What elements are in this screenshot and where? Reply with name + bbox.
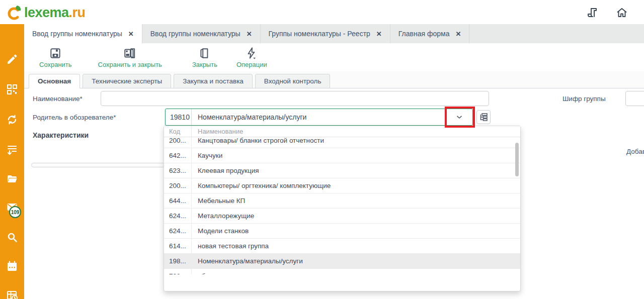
save-and-close-button-label: Сохранить и закрыть xyxy=(98,61,162,68)
dropdown-column-name: Наименование xyxy=(192,126,243,137)
subtab-osnovnaya[interactable]: Основная xyxy=(29,74,80,88)
list-download-icon[interactable] xyxy=(6,144,18,156)
row-name: Канцтовары/ бланки строгой отчетности xyxy=(192,137,324,148)
operations-button-label: Операции xyxy=(236,61,267,68)
home-icon[interactable] xyxy=(616,7,628,19)
dropdown-row[interactable]: 200... Канцтовары/ бланки строгой отчетн… xyxy=(164,137,520,148)
parent-field-label: Родитель в обозревателе* xyxy=(33,114,116,121)
tab-vvod-gruppy-2[interactable]: Ввод группы номенклатуры ✕ xyxy=(142,24,261,43)
tab-label: Ввод группы номенклатуры xyxy=(150,30,240,38)
tab-label: Группы номенклатуры - Реестр xyxy=(269,30,370,38)
dropdown-row[interactable]: 200... Компьютеры/ оргтехника/ комплекту… xyxy=(164,178,520,193)
dropdown-row[interactable]: 642... Каучуки xyxy=(164,148,520,163)
save-and-close-button[interactable]: Сохранить и закрыть xyxy=(93,47,167,68)
row-name: Мебельные КП xyxy=(192,193,245,208)
subtab-zakupka[interactable]: Закупка и поставка xyxy=(174,74,253,88)
left-sidebar: 109 xyxy=(0,24,24,299)
pencil-icon[interactable] xyxy=(6,53,18,65)
characteristics-title: Характеристики xyxy=(33,131,89,139)
form-toolbar: Сохранить Сохранить и закрыть xyxy=(24,43,644,71)
door-icon xyxy=(198,47,211,60)
row-code: 728... xyxy=(164,269,192,274)
qr-code-icon[interactable] xyxy=(6,83,18,95)
tab-glavnaya-forma[interactable]: Главная форма ✕ xyxy=(390,24,470,43)
close-icon[interactable]: ✕ xyxy=(376,30,382,38)
dropdown-row[interactable]: 624... Модели станков xyxy=(164,224,520,239)
dropdown-row[interactable]: 614... новая тестовая группа xyxy=(164,239,520,254)
dropdown-row-selected[interactable]: 198... Номенклатура/материалы/услуги xyxy=(164,254,520,269)
logo-text-suffix: .ru xyxy=(69,5,86,20)
sync-icon[interactable] xyxy=(6,114,18,126)
row-code: 198... xyxy=(164,254,192,268)
save-button-label: Сохранить xyxy=(39,61,72,68)
close-icon[interactable]: ✕ xyxy=(455,30,461,38)
calendar-icon[interactable] xyxy=(6,260,18,272)
parent-combobox[interactable]: 19810 Номенклатура/материалы/услуги xyxy=(165,109,473,126)
dropdown-header: Код Наименование xyxy=(164,126,520,137)
table-clock-icon[interactable] xyxy=(6,289,18,299)
name-input[interactable] xyxy=(101,91,489,106)
subtab-label: Закупка и поставка xyxy=(183,77,244,85)
row-name: оболочки xyxy=(192,269,227,274)
operations-button[interactable]: Операции xyxy=(231,47,272,68)
subtab-label: Входной контроль xyxy=(264,77,321,85)
name-field-label: Наименование* xyxy=(33,95,83,103)
dropdown-row[interactable]: 728... оболочки xyxy=(164,269,520,274)
tree-view-button[interactable] xyxy=(476,110,491,124)
close-icon[interactable]: ✕ xyxy=(128,30,134,38)
floppy-door-icon xyxy=(123,47,136,60)
parent-dropdown-panel: Код Наименование 200... Канцтовары/ блан… xyxy=(164,126,521,291)
row-name: Металлорежущие xyxy=(192,209,254,223)
row-name: Модели станков xyxy=(192,224,249,238)
parent-name-value: Номенклатура/материалы/услуги xyxy=(192,109,446,125)
dropdown-row[interactable]: 623... Клеевая продукция xyxy=(164,163,520,178)
tab-label: Главная форма xyxy=(398,30,450,38)
row-name: Номенклатура/материалы/услуги xyxy=(192,254,303,268)
floppy-icon xyxy=(49,47,62,60)
dropdown-rows: 200... Канцтовары/ бланки строгой отчетн… xyxy=(164,137,520,274)
dropdown-scrollbar[interactable] xyxy=(515,143,519,176)
row-code: 200... xyxy=(164,137,192,148)
search-icon[interactable] xyxy=(6,231,18,243)
dropdown-viewport: 200... Канцтовары/ бланки строгой отчетн… xyxy=(164,137,520,274)
tree-icon xyxy=(479,113,488,121)
folder-open-icon[interactable] xyxy=(6,173,18,185)
dropdown-row[interactable]: 644... Мебельные КП xyxy=(164,193,520,209)
top-header: lexema.ru xyxy=(0,0,644,24)
subtab-label: Технические эксперты xyxy=(92,77,162,85)
tab-vvod-gruppy-1[interactable]: Ввод группы номенклатуры ✕ xyxy=(24,24,142,43)
row-code: 624... xyxy=(164,209,192,223)
row-name: Компьютеры/ оргтехника/ комплектующие xyxy=(192,178,331,193)
row-code: 624... xyxy=(164,224,192,238)
group-code-label: Шифр группы xyxy=(562,95,606,103)
close-button[interactable]: Закрыть xyxy=(187,47,222,68)
row-code: 623... xyxy=(164,163,192,178)
app-window: lexema.ru xyxy=(0,0,644,299)
subtab-bar: Основная Технические эксперты Закупка и … xyxy=(24,71,644,88)
subtab-vkhodnoy-kontrol[interactable]: Входной контроль xyxy=(255,74,331,88)
row-code: 644... xyxy=(164,193,192,208)
dropdown-column-code: Код xyxy=(164,126,192,137)
group-code-input[interactable] xyxy=(625,91,644,106)
scroll-icon[interactable] xyxy=(587,7,599,19)
tab-bar: Ввод группы номенклатуры ✕ Ввод группы н… xyxy=(24,24,644,43)
logo-swirl-icon xyxy=(5,4,23,22)
logo-text-main: lexema xyxy=(24,5,69,20)
tab-gruppy-reestr[interactable]: Группы номенклатуры - Реестр ✕ xyxy=(261,24,390,43)
save-button[interactable]: Сохранить xyxy=(34,47,77,68)
combobox-dropdown-button[interactable] xyxy=(446,109,472,125)
row-code: 642... xyxy=(164,148,192,163)
lightning-icon xyxy=(245,47,258,60)
row-code: 614... xyxy=(164,239,192,253)
row-code: 200... xyxy=(164,178,192,193)
subtab-label: Основная xyxy=(38,77,71,85)
dropdown-row[interactable]: 624... Металлорежущие xyxy=(164,209,520,224)
lexema-logo[interactable]: lexema.ru xyxy=(5,4,86,22)
row-name: новая тестовая группа xyxy=(192,239,269,253)
logo-text: lexema.ru xyxy=(24,5,86,21)
add-button[interactable]: Добав xyxy=(626,148,644,155)
close-icon[interactable]: ✕ xyxy=(247,30,252,38)
parent-code-value: 19810 xyxy=(166,109,192,125)
chevron-down-icon xyxy=(455,113,463,121)
subtab-tekh-eksperty[interactable]: Технические эксперты xyxy=(83,74,171,88)
